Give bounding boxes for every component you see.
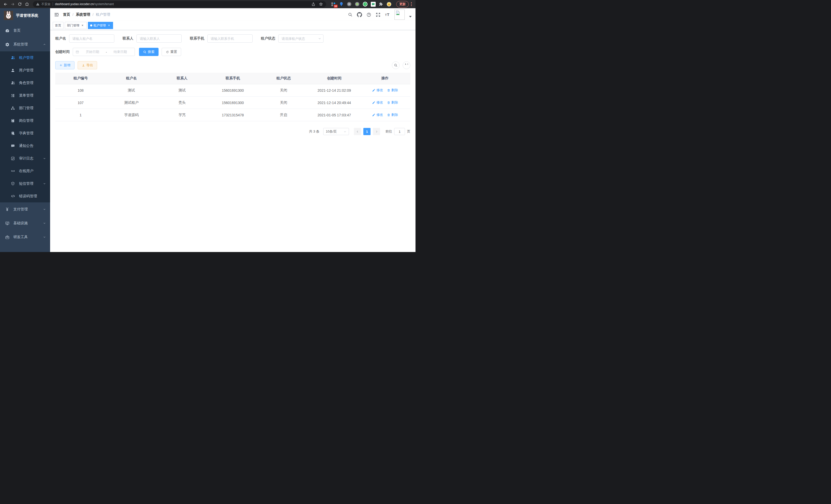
extension-puzzle-icon[interactable] <box>378 2 384 7</box>
edit-button[interactable]: 修改 <box>372 88 383 92</box>
sidebar: 芋道管理系统 首页系统管理租户管理用户管理角色管理菜单管理部门管理岗位管理字典管… <box>0 8 50 252</box>
page-size-select[interactable]: 10条/页 <box>323 128 349 135</box>
cell-contact: 秃头 <box>157 97 207 109</box>
app-logo[interactable]: 芋道管理系统 <box>0 8 50 23</box>
sidebar-item-role-management[interactable]: 角色管理 <box>0 77 50 89</box>
edit-button[interactable]: 修改 <box>372 100 383 105</box>
sidebar-item-dict-management[interactable]: 字典管理 <box>0 127 50 140</box>
forward-icon[interactable] <box>9 1 16 7</box>
extension-pin-icon[interactable] <box>339 2 344 7</box>
avatar-dropdown-caret-icon[interactable] <box>409 16 412 18</box>
close-icon[interactable]: × <box>107 24 111 27</box>
extension-command-icon[interactable]: ⌘ <box>347 2 352 7</box>
sidebar-item-audit-log[interactable]: 审计日志 <box>0 152 50 165</box>
tab-tenant-management[interactable]: 租户管理× <box>88 22 113 29</box>
date-start-placeholder: 开始日期 <box>81 50 104 54</box>
dashboard-icon <box>5 29 9 33</box>
refresh-button[interactable] <box>403 61 410 69</box>
total-count: 共 3 条 <box>309 129 319 134</box>
date-separator: - <box>106 50 107 54</box>
table-row: 1芋道源码芋艿17321315478开启2021-01-05 17:03:47修… <box>55 109 410 121</box>
next-page-button[interactable] <box>373 128 380 135</box>
user-avatar[interactable] <box>395 9 405 20</box>
mobile-label: 联系手机 <box>190 36 204 41</box>
goto-page-input[interactable] <box>394 128 405 135</box>
close-icon[interactable]: × <box>81 24 84 27</box>
sidebar-toggle-icon[interactable] <box>54 12 59 17</box>
tenant-name-label: 租户名 <box>55 36 66 41</box>
sidebar-item-sms-management[interactable]: 短信管理 <box>0 177 50 190</box>
tenant-status-select[interactable] <box>278 34 323 42</box>
svg-text:Y: Y <box>364 3 366 5</box>
reset-button[interactable]: 重置 <box>162 48 181 56</box>
extension-chat-icon[interactable] <box>371 2 376 7</box>
sidebar-item-label: 租户管理 <box>19 56 33 60</box>
cell-contact: 测试 <box>157 84 207 97</box>
help-icon[interactable] <box>366 12 371 17</box>
page-1-button[interactable]: 1 <box>363 128 371 135</box>
sidebar-item-infrastructure[interactable]: 基础设施 <box>0 216 50 230</box>
monitor-icon <box>5 221 9 226</box>
sidebar-item-user-management[interactable]: 用户管理 <box>0 64 50 77</box>
sidebar-item-post-management[interactable]: 岗位管理 <box>0 114 50 127</box>
sidebar-item-menu-management[interactable]: 菜单管理 <box>0 89 50 102</box>
font-size-icon[interactable]: TT <box>385 12 390 17</box>
table-toolbar: 新增 导出 <box>55 61 410 69</box>
tenant-name-input[interactable] <box>69 34 114 42</box>
sidebar-item-online-users[interactable]: 在线用户 <box>0 165 50 177</box>
browser-menu-kebab-icon[interactable] <box>411 2 412 6</box>
share-icon[interactable] <box>311 2 315 6</box>
back-icon[interactable] <box>2 1 9 7</box>
export-button[interactable]: 导出 <box>78 61 97 69</box>
breadcrumb-separator: / <box>73 12 74 17</box>
delete-button[interactable]: 删除 <box>387 100 398 105</box>
extension-emoji-icon[interactable] <box>386 2 392 7</box>
home-icon[interactable] <box>24 1 30 7</box>
delete-button[interactable]: 删除 <box>387 113 398 117</box>
breadcrumb-system[interactable]: 系统管理 <box>76 12 90 17</box>
sidebar-item-dept-management[interactable]: 部门管理 <box>0 102 50 114</box>
mobile-input[interactable] <box>207 34 253 42</box>
cell-id: 1 <box>55 109 106 121</box>
address-bar[interactable]: 不安全 dashboard.yudao.iocoder.cn/system/te… <box>33 1 326 7</box>
prev-page-button[interactable] <box>354 128 361 135</box>
extension-green-dot-icon[interactable] <box>354 2 360 7</box>
cell-actions: 修改删除 <box>360 97 410 109</box>
tab-dept-management[interactable]: 部门管理× <box>65 22 87 29</box>
chevron-down-icon <box>344 130 346 133</box>
reload-icon[interactable] <box>17 1 23 7</box>
security-label[interactable]: 不安全 <box>41 2 51 6</box>
extension-yudao-icon[interactable]: Y <box>363 2 368 7</box>
search-button[interactable]: 搜索 <box>139 48 159 56</box>
sidebar-item-home[interactable]: 首页 <box>0 24 50 37</box>
tab-home[interactable]: 首页 <box>53 22 63 29</box>
extension-badge: 10 <box>334 5 338 8</box>
filter-row-1: 租户名 联系人 联系手机 租户状态 <box>55 34 410 42</box>
toggle-search-button[interactable] <box>392 61 400 69</box>
header-search-icon[interactable] <box>348 12 352 17</box>
sidebar-item-label: 部门管理 <box>19 106 33 111</box>
extension-grid-icon[interactable]: 10 <box>331 2 336 7</box>
sidebar-item-error-code-management[interactable]: 错误码管理 <box>0 190 50 202</box>
warning-icon[interactable] <box>36 2 39 6</box>
shield-icon <box>10 182 15 186</box>
breadcrumb-home[interactable]: 首页 <box>63 12 70 17</box>
update-button[interactable]: 更新 <box>396 1 409 7</box>
bookmark-star-icon[interactable] <box>319 2 323 6</box>
add-button[interactable]: 新增 <box>55 61 75 69</box>
tenant-status-label: 租户状态 <box>261 36 275 41</box>
github-icon[interactable] <box>357 12 362 17</box>
date-range-picker[interactable]: 开始日期 - 结束日期 <box>73 48 135 56</box>
sidebar-item-dev-tools[interactable]: 研发工具 <box>0 230 50 244</box>
screen: 不安全 dashboard.yudao.iocoder.cn/system/te… <box>0 0 416 252</box>
edit-button[interactable]: 修改 <box>372 113 383 117</box>
delete-button[interactable]: 删除 <box>387 88 398 92</box>
fullscreen-icon[interactable] <box>376 12 380 17</box>
sidebar-item-system-management[interactable]: 系统管理 <box>0 37 50 51</box>
url-path: /system/tenant <box>94 2 114 6</box>
sidebar-item-payment-management[interactable]: 支付管理 <box>0 202 50 216</box>
sidebar-item-tenant-management[interactable]: 租户管理 <box>0 51 50 64</box>
contact-input[interactable] <box>137 34 182 42</box>
sidebar-item-notice[interactable]: 通知公告 <box>0 140 50 152</box>
cell-mobile: 15601691300 <box>207 97 258 109</box>
